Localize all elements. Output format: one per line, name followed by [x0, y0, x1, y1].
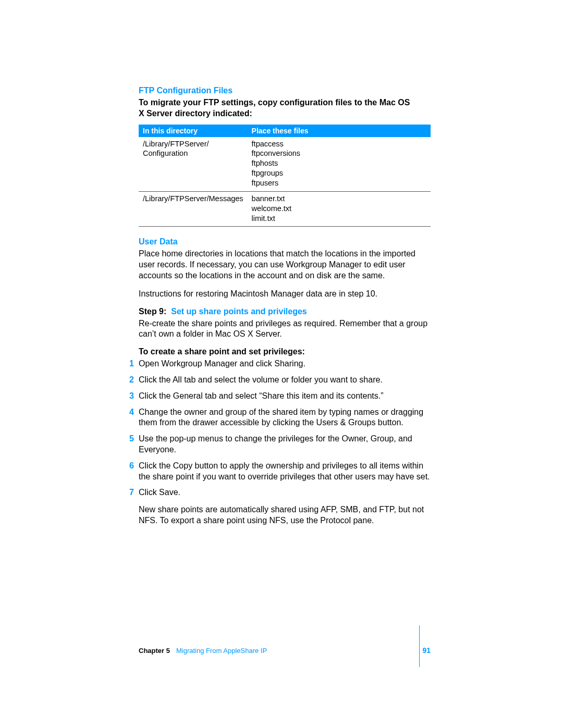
step-number: 6: [129, 461, 134, 472]
step-number: 4: [129, 407, 134, 418]
list-item: 7Click Save.: [139, 487, 431, 498]
ftp-intro: To migrate your FTP settings, copy confi…: [139, 97, 431, 119]
step9-closing: New share points are automatically share…: [139, 504, 431, 526]
footer-page-number: 91: [422, 646, 431, 655]
table-header: In this directory: [139, 125, 248, 137]
list-item-text: Use the pop-up menus to change the privi…: [139, 434, 412, 454]
step9-list: 1Open Workgroup Manager and click Sharin…: [139, 359, 431, 498]
footer-rule: [419, 625, 420, 667]
list-item: 1Open Workgroup Manager and click Sharin…: [139, 359, 431, 369]
table-row: /Library/FTPServer/ Configuration ftpacc…: [139, 137, 431, 192]
table-row: /Library/FTPServer/Messages banner.txt w…: [139, 191, 431, 227]
list-item-text: Change the owner and group of the shared…: [139, 408, 423, 427]
page-footer: Chapter 5 Migrating From AppleShare IP 9…: [139, 646, 431, 655]
page-content: FTP Configuration Files To migrate your …: [139, 86, 431, 534]
list-item: 3Click the General tab and select “Share…: [139, 391, 431, 402]
table-cell: /Library/FTPServer/Messages: [139, 191, 248, 227]
list-item: 4Change the owner and group of the share…: [139, 407, 431, 429]
list-item-text: Click the All tab and select the volume …: [139, 375, 383, 384]
step-number: 1: [129, 359, 134, 369]
table-header: Place these files: [248, 125, 431, 137]
list-item-text: Open Workgroup Manager and click Sharing…: [139, 359, 305, 368]
footer-chapter-title: Migrating From AppleShare IP: [176, 647, 267, 655]
step9-heading: Step 9: Set up share points and privileg…: [139, 307, 431, 316]
table-header-row: In this directory Place these files: [139, 125, 431, 137]
step-label: Step 9:: [139, 307, 171, 316]
ftp-config-table: In this directory Place these files /Lib…: [139, 125, 431, 227]
table-cell: ftpaccess ftpconversions ftphosts ftpgro…: [248, 137, 431, 192]
step-number: 3: [129, 391, 134, 402]
list-item: 6Click the Copy button to apply the owne…: [139, 461, 431, 483]
list-item-text: Click Save.: [139, 488, 180, 497]
table-cell: /Library/FTPServer/ Configuration: [139, 137, 248, 192]
list-item-text: Click the Copy button to apply the owner…: [139, 461, 430, 481]
step9-subhead: To create a share point and set privileg…: [139, 347, 431, 356]
step-title: Set up share points and privileges: [171, 307, 307, 316]
list-item: 2Click the All tab and select the volume…: [139, 375, 431, 386]
list-item: 5Use the pop-up menus to change the priv…: [139, 434, 431, 455]
footer-chapter-label: Chapter 5: [139, 647, 170, 655]
heading-user-data: User Data: [139, 237, 431, 246]
step-number: 5: [129, 434, 134, 445]
table-cell: banner.txt welcome.txt limit.txt: [248, 191, 431, 227]
user-data-para: Place home directories in locations that…: [139, 249, 431, 281]
list-item-text: Click the General tab and select “Share …: [139, 391, 384, 400]
step-number: 2: [129, 375, 134, 386]
step-number: 7: [129, 487, 134, 498]
heading-ftp: FTP Configuration Files: [139, 86, 431, 95]
restore-para: Instructions for restoring Macintosh Man…: [139, 289, 431, 300]
step9-para: Re-create the share points and privilege…: [139, 318, 431, 340]
